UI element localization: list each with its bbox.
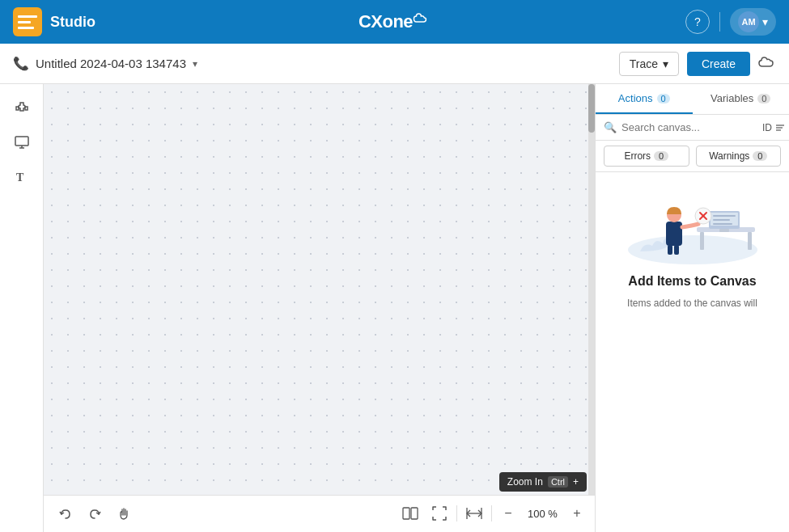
chevron-down-icon: ▾ [762, 15, 768, 28]
tab-actions-label: Actions [618, 92, 653, 104]
hand-icon [117, 507, 131, 521]
errors-label: Errors [624, 150, 651, 162]
project-title-area: 📞 Untitled 2024-04-03 134743 ▾ [13, 56, 197, 71]
zoom-in-tooltip: Zoom In Ctrl + [499, 472, 587, 492]
monitor-icon [14, 134, 30, 150]
cxone-cx: CX [358, 11, 383, 32]
canvas-placeholder: Add Items to Canvas Items added to the c… [596, 172, 789, 323]
studio-logo-icon [13, 7, 42, 36]
add-items-illustration [616, 185, 770, 266]
fit-width-button[interactable] [462, 501, 486, 526]
fullscreen-button[interactable] [427, 501, 452, 526]
cxone-one: one [382, 11, 413, 32]
create-button[interactable]: Create [687, 52, 750, 76]
canvas-toolbar-left [53, 502, 136, 526]
errors-filter-button[interactable]: Errors 0 [604, 146, 689, 167]
redo-icon [87, 507, 102, 521]
zoom-in-tooltip-label: Zoom In [507, 476, 543, 488]
svg-rect-27 [668, 245, 672, 255]
sort-icon [774, 122, 786, 133]
canvas-bottom-toolbar: − 100 % + Zoom In Ctrl + [44, 495, 595, 532]
cxone-logo: CXone [358, 11, 431, 32]
svg-rect-28 [674, 245, 679, 255]
project-name: Untitled 2024-04-03 134743 [36, 57, 186, 70]
tab-variables-badge: 0 [757, 94, 770, 103]
svg-text:T: T [16, 171, 24, 184]
scrollbar-thumb[interactable] [588, 84, 595, 133]
toolbar-right: Trace ▾ Create [619, 52, 776, 76]
help-button[interactable]: ? [685, 10, 710, 34]
panel-tabs: Actions 0 Variables 0 [596, 84, 789, 115]
placeholder-title: Add Items to Canvas [628, 274, 756, 289]
nav-right: ? AM ▾ [685, 8, 776, 36]
pan-button[interactable] [112, 502, 136, 526]
warnings-badge: 0 [753, 151, 767, 161]
svg-rect-3 [18, 27, 34, 29]
svg-rect-22 [719, 229, 729, 232]
zoom-shortcut-key: + [573, 476, 579, 488]
expand-icon [432, 506, 447, 521]
svg-rect-26 [666, 222, 682, 246]
help-icon: ? [694, 15, 701, 28]
user-menu-button[interactable]: AM ▾ [730, 8, 776, 36]
undo-button[interactable] [53, 502, 78, 526]
sidebar-media-icon-btn[interactable] [7, 128, 36, 157]
redo-button[interactable] [83, 502, 107, 526]
studio-app-title: Studio [50, 14, 95, 31]
right-panel: Actions 0 Variables 0 🔍 ID [595, 84, 789, 532]
svg-rect-8 [403, 508, 409, 519]
svg-rect-1 [18, 15, 37, 18]
tab-variables[interactable]: Variables 0 [693, 84, 790, 114]
svg-rect-18 [700, 232, 704, 250]
svg-rect-19 [748, 232, 752, 250]
canvas-zoom-controls: − 100 % + Zoom In Ctrl + [398, 495, 595, 532]
tab-actions[interactable]: Actions 0 [596, 84, 693, 114]
errors-badge: 0 [654, 151, 668, 161]
project-chevron-icon[interactable]: ▾ [193, 58, 197, 70]
trace-label: Trace [630, 57, 658, 70]
placeholder-description: Items added to the canvas will [627, 297, 757, 310]
zoom-shortcut-modifier: Ctrl [548, 476, 568, 488]
sidebar-text-icon-btn[interactable]: T [7, 162, 36, 191]
svg-rect-2 [18, 21, 31, 23]
svg-rect-4 [15, 137, 28, 146]
canvas-area[interactable]: − 100 % + Zoom In Ctrl + [44, 84, 595, 532]
zoom-out-button[interactable]: − [497, 502, 520, 525]
left-sidebar: T [0, 84, 44, 532]
fit-width-icon [466, 506, 482, 521]
sidebar-actions-icon-btn[interactable] [7, 94, 36, 123]
nav-left: Studio [13, 7, 95, 36]
tab-actions-badge: 0 [657, 94, 670, 103]
puzzle-icon [14, 100, 30, 116]
zoom-in-button[interactable]: + [566, 502, 588, 525]
svg-rect-9 [411, 508, 418, 519]
id-sort-button[interactable]: ID [762, 122, 786, 133]
zoom-level: 100 % [524, 508, 561, 520]
cloud-icon [758, 55, 776, 68]
toolbar-bar: 📞 Untitled 2024-04-03 134743 ▾ Trace ▾ C… [0, 44, 789, 84]
id-label: ID [762, 122, 772, 133]
text-icon: T [14, 168, 30, 184]
phone-icon: 📞 [13, 56, 29, 71]
plus-icon: + [573, 506, 580, 521]
undo-icon [58, 507, 73, 521]
filter-row: Errors 0 Warnings 0 [596, 141, 789, 172]
trace-button[interactable]: Trace ▾ [619, 52, 679, 76]
main-layout: T [0, 84, 789, 532]
layout-columns-icon [402, 506, 418, 521]
search-input[interactable] [621, 121, 757, 133]
cloud-save-button[interactable] [758, 55, 776, 72]
create-label: Create [702, 57, 736, 70]
minus-icon: − [504, 506, 511, 521]
tab-variables-label: Variables [711, 92, 753, 104]
toolbar-separator [456, 505, 457, 521]
cxone-cloud-icon [413, 12, 431, 23]
top-navigation: Studio CXone ? AM ▾ [0, 0, 789, 44]
user-avatar: AM [738, 11, 759, 32]
nav-divider [719, 12, 720, 32]
warnings-filter-button[interactable]: Warnings 0 [696, 146, 782, 167]
panel-search-row: 🔍 ID [596, 115, 789, 141]
search-icon: 🔍 [604, 121, 617, 133]
canvas-scrollbar[interactable] [588, 84, 595, 500]
layout-columns-button[interactable] [398, 501, 422, 526]
